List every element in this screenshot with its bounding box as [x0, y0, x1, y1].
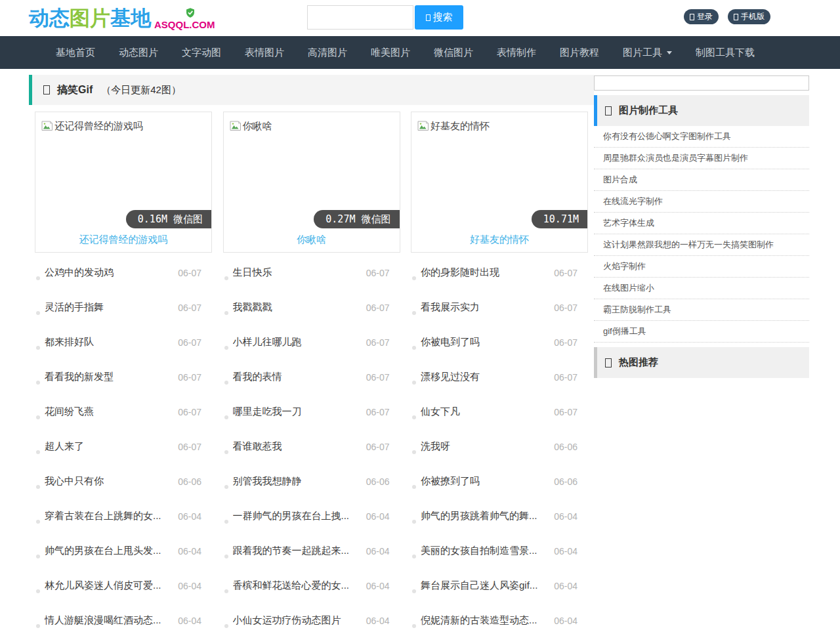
bullet-dot — [412, 485, 416, 489]
image-title-link[interactable]: 好基友的情怀 — [411, 234, 587, 246]
list-item[interactable]: 看谁敢惹我06-07 — [223, 429, 400, 464]
gif-card[interactable]: 好基友的情怀10.71M好基友的情怀 — [411, 112, 588, 253]
list-item[interactable]: 仙女下凡06-07 — [411, 394, 588, 429]
list-item-title: 灵活的手指舞 — [45, 301, 104, 314]
topbar: 动态 图片 基地 ASQQL.COM 搜索 登录 手机版 — [0, 0, 840, 36]
list-item-title: 看看我的新发型 — [45, 371, 114, 383]
list-item-date: 06-04 — [173, 581, 201, 591]
image-title-link[interactable]: 你瞅啥 — [224, 234, 400, 246]
sidebar-tool-link[interactable]: 这计划果然跟我想的一样万无一失搞笑图制作 — [594, 234, 809, 256]
mobile-version-button[interactable]: 手机版 — [728, 9, 770, 24]
list-item[interactable]: 看我的表情06-07 — [223, 360, 400, 394]
list-item-title: 你的身影随时出现 — [421, 266, 499, 279]
nav-item[interactable]: 图片教程 — [560, 47, 599, 59]
nav-item-label: 微信图片 — [434, 47, 473, 59]
list-item[interactable]: 穿着古装在台上跳舞的女...06-04 — [35, 499, 212, 534]
list-item-title: 超人来了 — [45, 440, 84, 453]
list-item-date: 06-07 — [361, 407, 390, 417]
list-item[interactable]: 我戳戳戳06-07 — [223, 290, 400, 325]
list-item[interactable]: 林允儿风姿迷人俏皮可爱...06-04 — [35, 568, 212, 603]
tools-list: 你有没有公德心啊文字图制作工具周星驰群众演员也是演员字幕图片制作图片合成在线流光… — [594, 126, 809, 343]
list-column: 生日快乐06-07我戳戳戳06-07小样儿往哪儿跑06-07看我的表情06-07… — [223, 255, 400, 630]
image-alt-text: 你瞅啥 — [243, 120, 272, 133]
search-button[interactable]: 搜索 — [415, 5, 463, 30]
list-item-date: 06-07 — [549, 268, 578, 278]
nav-item[interactable]: 表情图片 — [245, 47, 284, 59]
gif-card[interactable]: 你瞅啥0.27M 微信图你瞅啥 — [223, 112, 400, 253]
nav-item[interactable]: 基地首页 — [56, 47, 95, 59]
list-item[interactable]: 看看我的新发型06-07 — [35, 360, 212, 394]
nav-item[interactable]: 文字动图 — [182, 47, 221, 59]
list-item[interactable]: 倪妮清新的古装造型动态...06-04 — [411, 603, 588, 630]
list-item[interactable]: 看我展示实力06-07 — [411, 290, 588, 325]
content-area: 搞笑Gif （今日更新42图） 还记得曾经的游戏吗0.16M 微信图还记得曾经的… — [29, 69, 594, 630]
list-item[interactable]: 超人来了06-07 — [35, 429, 212, 464]
list-item-date: 06-07 — [361, 372, 390, 383]
nav-item[interactable]: 高清图片 — [308, 47, 347, 59]
sidebar-tool-link[interactable]: 你有没有公德心啊文字图制作工具 — [594, 126, 809, 148]
list-item[interactable]: 漂移见过没有06-07 — [411, 360, 588, 394]
list-item[interactable]: 跟着我的节奏一起跳起来...06-04 — [223, 534, 400, 568]
logo-text-part2: 图片 — [70, 5, 110, 32]
list-item[interactable]: 情人游艇浪漫喝红酒动态...06-04 — [35, 603, 212, 630]
list-item[interactable]: 香槟和鲜花送给心爱的女...06-04 — [223, 568, 400, 603]
gif-card[interactable]: 还记得曾经的游戏吗0.16M 微信图还记得曾经的游戏吗 — [35, 112, 212, 253]
list-item[interactable]: 你被电到了吗06-07 — [411, 325, 588, 360]
list-item[interactable]: 一群帅气的男孩在台上拽...06-04 — [223, 499, 400, 534]
bullet-dot — [36, 381, 40, 385]
sidebar-tool-link[interactable]: 霸王防脱制作工具 — [594, 299, 809, 321]
sidebar-tool-link[interactable]: 在线图片缩小 — [594, 278, 809, 299]
list-item-date: 06-07 — [549, 407, 578, 417]
list-item[interactable]: 小仙女运功疗伤动态图片06-04 — [223, 603, 400, 630]
list-item[interactable]: 帅气的男孩跳着帅气的舞...06-04 — [411, 499, 588, 534]
nav-item[interactable]: 唯美图片 — [371, 47, 410, 59]
sidebar-tool-link[interactable]: 火焰字制作 — [594, 256, 809, 278]
broken-image-icon — [417, 121, 429, 133]
sidebar-tool-link[interactable]: 艺术字体生成 — [594, 213, 809, 234]
list-item[interactable]: 花间纷飞燕06-07 — [35, 394, 212, 429]
list-item[interactable]: 你的身影随时出现06-07 — [411, 255, 588, 290]
nav-item[interactable]: 图片工具 — [623, 47, 672, 59]
list-item-title: 别管我我想静静 — [233, 475, 302, 488]
nav-item[interactable]: 制图工具下载 — [696, 47, 755, 59]
sidebar-tool-link[interactable]: 图片合成 — [594, 169, 809, 191]
section-title: 搞笑Gif — [57, 83, 93, 97]
list-item[interactable]: 小样儿往哪儿跑06-07 — [223, 325, 400, 360]
image-title-link[interactable]: 还记得曾经的游戏吗 — [35, 234, 211, 246]
list-item[interactable]: 洗我呀06-06 — [411, 429, 588, 464]
sidebar-search-input[interactable] — [594, 75, 809, 91]
bullet-dot — [36, 624, 40, 628]
nav-item-label: 动态图片 — [119, 47, 158, 59]
list-item[interactable]: 都来排好队06-07 — [35, 325, 212, 360]
smile-icon — [43, 85, 50, 94]
list-item[interactable]: 别管我我想静静06-06 — [223, 464, 400, 499]
list-item[interactable]: 舞台展示自己迷人风姿gif...06-04 — [411, 568, 588, 603]
list-item[interactable]: 生日快乐06-07 — [223, 255, 400, 290]
list-item[interactable]: 公鸡中的发动鸡06-07 — [35, 255, 212, 290]
list-item[interactable]: 你被撩到了吗06-06 — [411, 464, 588, 499]
login-button[interactable]: 登录 — [684, 9, 719, 24]
bullet-dot — [36, 555, 40, 558]
nav-item[interactable]: 动态图片 — [119, 47, 158, 59]
search-input[interactable] — [307, 5, 413, 30]
list-item-title: 倪妮清新的古装造型动态... — [421, 614, 537, 627]
list-item[interactable]: 帅气的男孩在台上甩头发...06-04 — [35, 534, 212, 568]
list-item[interactable]: 我心中只有你06-06 — [35, 464, 212, 499]
nav-item[interactable]: 微信图片 — [434, 47, 473, 59]
list-item-date: 06-07 — [549, 303, 578, 313]
broken-image-placeholder: 你瞅啥 — [230, 120, 272, 133]
bullet-dot — [36, 520, 40, 524]
list-item[interactable]: 灵活的手指舞06-07 — [35, 290, 212, 325]
list-item[interactable]: 哪里走吃我一刀06-07 — [223, 394, 400, 429]
site-logo[interactable]: 动态 图片 基地 ASQQL.COM — [29, 0, 215, 36]
list-item[interactable]: 美丽的女孩自拍制造雪景...06-04 — [411, 534, 588, 568]
list-item-title: 香槟和鲜花送给心爱的女... — [233, 579, 350, 592]
sidebar-tool-link[interactable]: gif倒播工具 — [594, 321, 809, 343]
sidebar-tool-link[interactable]: 在线流光字制作 — [594, 191, 809, 213]
sidebar-hot-title: 热图推荐 — [619, 356, 658, 369]
nav-item-label: 文字动图 — [182, 47, 221, 59]
bullet-dot — [224, 520, 228, 524]
sidebar-tool-link[interactable]: 周星驰群众演员也是演员字幕图片制作 — [594, 148, 809, 169]
list-item-title: 帅气的男孩在台上甩头发... — [45, 545, 161, 557]
nav-item[interactable]: 表情制作 — [497, 47, 536, 59]
